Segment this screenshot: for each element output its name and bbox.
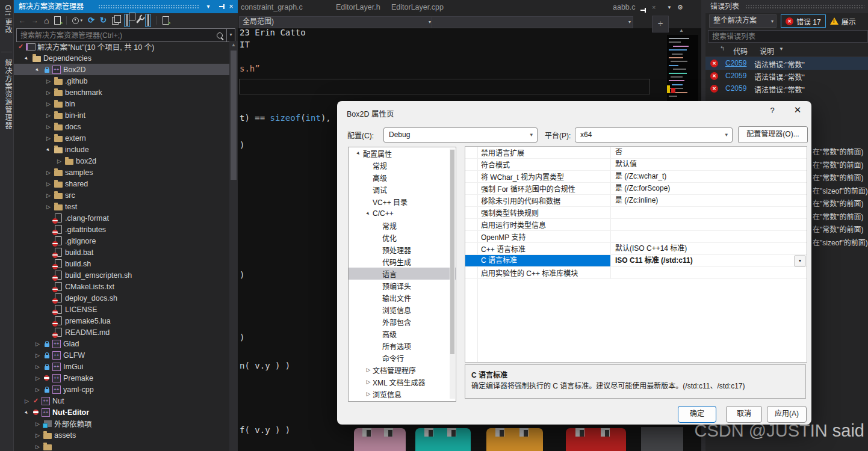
property-row[interactable]: C++ 语言标准默认(ISO C++14 标准) [465,243,807,255]
tree-item[interactable]: ▷src [14,189,229,201]
tree-item[interactable]: ▷assets [14,429,229,441]
tree-item[interactable]: ▷samples [14,167,229,178]
scrollbar-thumb[interactable] [231,51,237,180]
tree-item[interactable]: deploy_docs.sh [14,292,229,304]
platform-dropdown[interactable]: x64▾ [575,127,733,143]
apply-button[interactable]: 应用(A) [767,406,807,423]
property-row[interactable]: 移除未引用的代码和数据是 (/Zc:inline) [465,195,807,207]
expander-icon[interactable]: ▷ [44,124,53,130]
property-value[interactable]: ISO C11 标准 (/std:c11) [610,255,807,266]
error-row[interactable]: ✕C2059语法错误:"常数" [705,57,868,70]
copy-icon[interactable] [112,17,119,25]
forward-icon[interactable]: → [31,16,39,25]
tree-item[interactable]: ▸Nut-Editor [14,407,229,418]
errors-toggle-button[interactable]: ✕ 错误 17 [781,14,826,28]
scrollbar[interactable] [450,149,455,399]
property-value[interactable]: 是 (/Zc:wchar_t) [610,171,807,182]
error-row[interactable]: ✕C2059语法错误:"常数" [705,82,868,95]
expander-icon[interactable]: ▷ [44,135,53,141]
property-value[interactable] [610,207,807,218]
expander-icon[interactable]: ▷ [364,379,373,385]
chevron-down-icon[interactable]: ▼ [667,0,672,15]
tree-item[interactable]: ▷Glad [14,338,229,349]
wrench-icon[interactable] [136,17,141,23]
dropdown-chevron-icon[interactable]: ▾ [795,256,805,266]
warnings-toggle-button[interactable]: 展示 [830,16,856,26]
tree-item[interactable]: ▷shared [14,178,229,189]
tree-item[interactable]: .gitignore [14,235,229,247]
expander-icon[interactable]: ▸ [354,149,364,159]
dialog-tree-item[interactable]: ▷文档管理程序 [349,364,456,376]
tree-item[interactable]: ▸Box2D [14,64,229,75]
dialog-tree-item[interactable]: ▷浏览信息 [349,388,456,400]
dialog-tree-item[interactable]: 调试 [349,183,456,195]
tree-item[interactable]: ▷✓Nut [14,395,229,407]
tree-item[interactable]: LICENSE [14,304,229,315]
expander-icon[interactable]: ▷ [33,352,42,358]
dialog-tree-item[interactable]: 高级 [349,328,456,340]
expander-icon[interactable]: ▷ [44,78,53,84]
dialog-tree-item[interactable]: 所有选项 [349,340,456,352]
scrollbar-thumb[interactable] [450,150,454,354]
tree-item[interactable]: ▷GLFW [14,349,229,361]
cancel-button[interactable]: 取消 [726,406,762,423]
property-row[interactable]: C 语言标准ISO C11 标准 (/std:c11)▾ [465,255,807,267]
dialog-tree-item[interactable]: 常规 [349,159,456,171]
scroll-up-icon[interactable]: ▲ [229,42,238,48]
severity-column-icon[interactable]: ↰ [720,45,725,52]
close-icon[interactable]: × [652,0,656,15]
expander-icon[interactable]: ▸ [22,53,33,64]
tree-item[interactable]: build.sh [14,258,229,269]
pin-icon[interactable] [640,0,648,15]
chevron-down-icon[interactable]: ▾ [226,29,235,41]
expander-icon[interactable]: ▷ [33,421,42,427]
dialog-tree-item[interactable]: 外部包含 [349,316,456,328]
expander-icon[interactable]: ▸ [43,144,54,155]
expander-icon[interactable]: ▷ [44,192,53,198]
editor-tab[interactable]: aabb.c [613,0,636,15]
preview-file-icon[interactable] [163,16,169,25]
dialog-tree-item[interactable]: 浏览信息 [349,304,456,316]
column-description[interactable]: 说明 [760,46,774,56]
tree-item[interactable]: premake5.lua [14,315,229,327]
copy-all-icon[interactable] [124,14,130,27]
close-icon[interactable]: × [226,0,237,13]
drag-grip[interactable] [98,4,199,9]
tree-item[interactable]: .gitattributes [14,224,229,235]
home-icon[interactable]: ⌂ [44,16,49,25]
tree-item[interactable]: ▷benchmark [14,87,229,98]
expander-icon[interactable]: ▷ [44,90,53,96]
dialog-tree-item[interactable]: 代码生成 [349,256,456,268]
expander-icon[interactable]: ▷ [364,391,373,397]
tree-item[interactable]: build_emscripten.sh [14,269,229,281]
chevron-down-icon[interactable]: ▾ [203,0,214,13]
property-row[interactable]: OpenMP 支持 [465,231,807,243]
tree-item[interactable]: ▷bin-int [14,109,229,121]
tree-item[interactable]: ✓解决方案"Nut"(10 个项目, 共 10 个) [14,41,229,52]
tree-item[interactable]: ▷box2d [14,155,229,167]
dialog-tree-item[interactable]: 高级 [349,171,456,183]
property-value[interactable]: 否 [610,147,807,158]
expander-icon[interactable]: ▷ [33,432,42,438]
editor-tab[interactable]: constraint_graph.c [241,0,303,15]
tree-item[interactable]: ▸Dependencies [14,52,229,64]
expander-icon[interactable]: ▷ [364,367,373,373]
collapse-all-icon[interactable] [145,14,151,27]
help-icon[interactable]: ? [764,106,780,118]
error-row[interactable]: ✕C2059语法错误:"常数" [705,70,868,82]
tree-item[interactable]: ▷ImGui [14,361,229,372]
property-value[interactable] [610,219,807,230]
tab-solution-explorer[interactable]: 解决方案资源管理器 [0,55,13,129]
property-row[interactable]: 强制 For 循环范围中的合规性是 (/Zc:forScope) [465,183,807,195]
property-row[interactable]: 禁用语言扩展否 [465,147,807,159]
scope-filter-dropdown[interactable]: 整个解决方案▾ [709,14,777,28]
error-code-link[interactable]: C2059 [725,72,746,80]
tree-item[interactable]: README.md [14,327,229,338]
property-row[interactable]: 强制类型转换规则 [465,207,807,219]
clock-filter-icon[interactable]: ▾ [72,16,82,25]
sync-icon[interactable]: ↻ [100,16,107,25]
tree-item[interactable]: .clang-format [14,212,229,224]
filter-chevron-icon[interactable]: ▼ [779,46,784,52]
scrollbar[interactable]: ▲ [229,41,238,451]
tree-item[interactable]: ▷extern [14,132,229,144]
